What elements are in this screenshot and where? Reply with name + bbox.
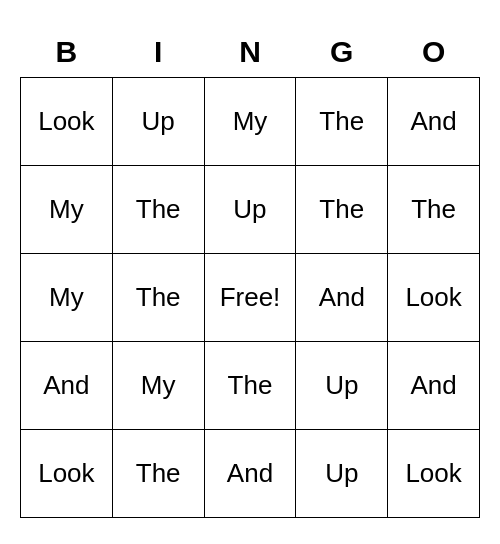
col-i: I [112, 26, 204, 78]
cell-0-4: And [388, 78, 480, 166]
cell-3-1: My [112, 342, 204, 430]
cell-4-1: The [112, 430, 204, 518]
cell-4-3: Up [296, 430, 388, 518]
table-row: AndMyTheUpAnd [21, 342, 480, 430]
col-o: O [388, 26, 480, 78]
cell-2-1: The [112, 254, 204, 342]
cell-4-0: Look [21, 430, 113, 518]
cell-2-3: And [296, 254, 388, 342]
cell-4-2: And [204, 430, 296, 518]
table-row: LookTheAndUpLook [21, 430, 480, 518]
cell-2-0: My [21, 254, 113, 342]
cell-0-1: Up [112, 78, 204, 166]
cell-1-4: The [388, 166, 480, 254]
cell-2-2: Free! [204, 254, 296, 342]
cell-1-1: The [112, 166, 204, 254]
cell-3-4: And [388, 342, 480, 430]
bingo-card: B I N G O LookUpMyTheAndMyTheUpTheTheMyT… [20, 26, 480, 519]
table-row: MyTheUpTheThe [21, 166, 480, 254]
col-b: B [21, 26, 113, 78]
cell-3-3: Up [296, 342, 388, 430]
cell-1-2: Up [204, 166, 296, 254]
cell-0-3: The [296, 78, 388, 166]
cell-3-0: And [21, 342, 113, 430]
table-row: MyTheFree!AndLook [21, 254, 480, 342]
cell-1-0: My [21, 166, 113, 254]
cell-4-4: Look [388, 430, 480, 518]
col-n: N [204, 26, 296, 78]
cell-2-4: Look [388, 254, 480, 342]
col-g: G [296, 26, 388, 78]
cell-1-3: The [296, 166, 388, 254]
header-row: B I N G O [21, 26, 480, 78]
cell-3-2: The [204, 342, 296, 430]
cell-0-2: My [204, 78, 296, 166]
table-row: LookUpMyTheAnd [21, 78, 480, 166]
cell-0-0: Look [21, 78, 113, 166]
